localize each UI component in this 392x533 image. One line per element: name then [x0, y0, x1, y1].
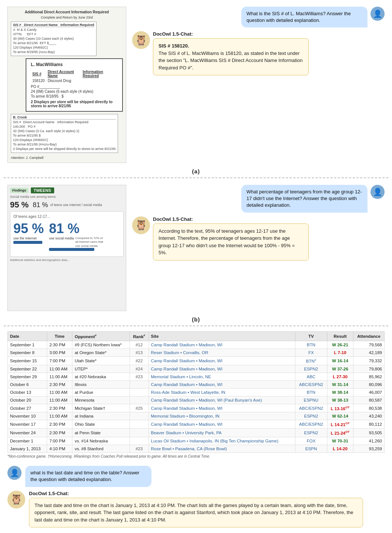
bot-answer-b: According to the text, 95% of teenagers …	[153, 223, 309, 261]
doc-row-crook: B. Crook SIS # Direct Account Name Infor…	[11, 114, 123, 153]
bot-row-a: 🦉 DocOwl 1.5-Chat: SIS # 158120. The SIS…	[132, 31, 385, 75]
doc-box-crook: B. Crook SIS # Direct Account Name Infor…	[11, 114, 118, 153]
col-date: Date	[8, 332, 47, 341]
section-label-c: (c)	[0, 531, 392, 533]
col-site: Site	[148, 332, 295, 341]
table-row: January 1, 20134:10 PMvs. #8 Stanford#23…	[8, 445, 385, 453]
bot-label-b: DocOwl 1.5-Chat:	[153, 216, 309, 222]
user-bubble-c: what is the last date and time on the ta…	[25, 466, 151, 487]
table-row: September 2911:00 AMat #20 Nebraska#23Me…	[8, 373, 385, 380]
macwilliams-table: SIS # Direct Account Name Information Re…	[31, 69, 118, 83]
table-row: September 83:00 PMat Oregon State*#13Res…	[8, 349, 385, 356]
bot-label-a: DocOwl 1.5-Chat:	[153, 31, 309, 37]
table-row: November 242:30 PMat Penn StateBeaver St…	[8, 429, 385, 437]
bot-row-b: 🦉 DocOwl 1.5-Chat: According to the text…	[132, 216, 385, 261]
tweens-bar-title: Of teens ages 12-17...	[13, 215, 120, 219]
table-row: October 2011:00 AMMinnesotaCamp Randall …	[8, 396, 385, 404]
table-row: September 157:00 PMUtah State*#22Camp Ra…	[8, 356, 385, 365]
question-row-c: 👤 what is the last date and time on the …	[7, 466, 385, 487]
bot-answer-a: SIS # 158120. The SIS # of L. MacWilliam…	[153, 38, 309, 75]
table-footnote: *Non-conference game. †Homecoming. #Rank…	[7, 454, 385, 458]
highlight-macwilliams-box: L. MacWilliams SIS # Direct Account Name…	[26, 58, 123, 112]
user-avatar-b: 👤	[370, 185, 385, 199]
answer-row-c: 🦉 DocOwl 1.5-Chat: The last date and tim…	[7, 491, 385, 528]
section-b-chat: What percentage of teenagers from the ag…	[132, 185, 385, 261]
section-b: Findings TWEENS Social media use among t…	[0, 178, 392, 315]
col-attendance: Attendance	[353, 332, 385, 341]
table-row: December 17:00 PMvs. #14 NebraskaLucas O…	[8, 437, 385, 445]
col-tv: TV	[295, 332, 327, 341]
person-name: L. MacWilliams	[31, 62, 118, 67]
header-row: Date Time Opponent# Rank# Site TV Result…	[8, 332, 385, 341]
doc-row-1: SIS # Direct Account Name Information Re…	[11, 22, 123, 56]
table-row: November 1011:00 AMat IndianaMemorial St…	[8, 412, 385, 420]
user-avatar-a: 👤	[370, 7, 385, 21]
col-rank: Rank#	[130, 332, 148, 341]
table-header: Date Time Opponent# Rank# Site TV Result…	[8, 332, 385, 341]
bot-answer-c: The last date and time on the chart is J…	[29, 498, 363, 528]
bot-content-a: DocOwl 1.5-Chat: SIS # 158120. The SIS #…	[153, 31, 309, 75]
table-row: September 12:30 PM#9 (FCS) Northern Iowa…	[8, 341, 385, 349]
user-question-row-b: What percentage of teenagers from the ag…	[132, 185, 385, 213]
table-row: October 1311:00 AMat PurdueRoss-Ade Stad…	[8, 388, 385, 396]
col-time: Time	[47, 332, 72, 341]
bot-avatar-c: 🦉	[7, 491, 25, 509]
section-c-chat: 👤 what is the last date and time on the …	[0, 462, 392, 531]
tweens-header-row: Findings TWEENS	[10, 187, 124, 193]
table-row: October 62:30 PMIllinoisCamp Randall Sta…	[8, 380, 385, 388]
table-row: September 2211:00 AMUTEP*#24Camp Randall…	[8, 365, 385, 373]
bot-label-c: DocOwl 1.5-Chat:	[29, 491, 363, 496]
section-label-b: (b)	[0, 315, 392, 326]
user-question-row-a: What is the SIS # of L. MacWilliams? Ans…	[132, 7, 385, 27]
user-bubble-a: What is the SIS # of L. MacWilliams? Ans…	[241, 7, 368, 27]
section-a-document: Additional Direct Account Information Re…	[7, 7, 126, 163]
tweens-big-stats: 95 % 81 % of teens use Internet / social…	[10, 200, 124, 210]
section-c: Date Time Opponent# Rank# Site TV Result…	[0, 326, 392, 462]
table-row: October 272:30 PMMichigan State†#25Camp …	[8, 404, 385, 412]
section-b-document: Findings TWEENS Social media use among t…	[7, 185, 126, 311]
bot-content-c: DocOwl 1.5-Chat: The last date and time …	[29, 491, 363, 528]
user-bubble-b: What percentage of teenagers from the ag…	[241, 185, 368, 213]
doc-subtitle: Complete and Return by June 23rd	[11, 16, 123, 19]
doc-box-person1: SIS # Direct Account Name Information Re…	[11, 22, 97, 56]
bot-avatar-b: 🦉	[132, 216, 150, 234]
user-avatar-c: 👤	[7, 466, 22, 480]
tweens-bar-area: Of teens ages 12-17... 95 % use the Inte…	[10, 211, 124, 257]
section-label-a: (a)	[0, 167, 392, 177]
section-a-chat: What is the SIS # of L. MacWilliams? Ans…	[132, 7, 385, 75]
bot-avatar-a: 🦉	[132, 31, 150, 49]
schedule-table: Date Time Opponent# Rank# Site TV Result…	[7, 331, 385, 453]
col-result: Result	[327, 332, 353, 341]
table-row: November 172:30 PMOhio StateCamp Randall…	[8, 420, 385, 429]
table-body: September 12:30 PM#9 (FCS) Northern Iowa…	[8, 341, 385, 452]
tweens-stat-row: 95 % use the Internet 81 % use social me…	[13, 221, 120, 252]
doc-attention: Attention: J. Campbell	[11, 156, 123, 160]
doc-title: Additional Direct Account Information Re…	[11, 10, 123, 14]
section-a: Additional Direct Account Information Re…	[0, 0, 392, 167]
bot-content-b: DocOwl 1.5-Chat: According to the text, …	[153, 216, 309, 261]
col-opponent: Opponent#	[72, 332, 130, 341]
